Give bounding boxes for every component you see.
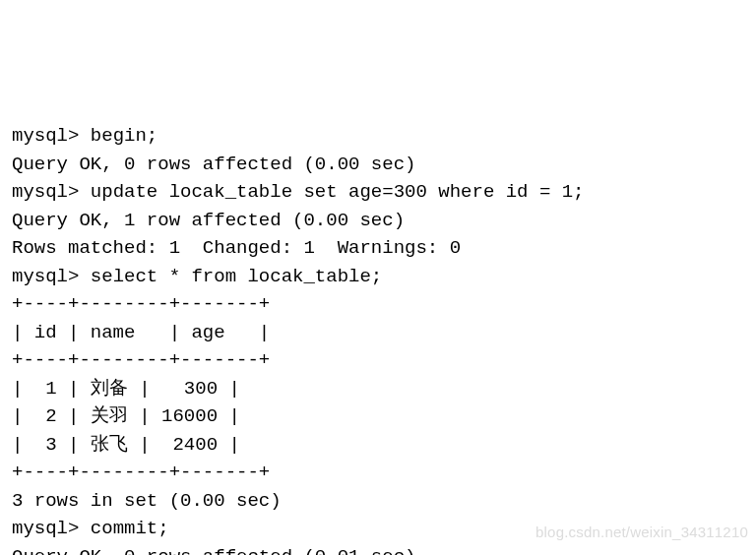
terminal-line-select-cmd: mysql> select * from locak_table;	[12, 263, 744, 291]
terminal-line-commit-resp: Query OK, 0 rows affected (0.01 sec)	[12, 543, 744, 556]
table-border-bottom: +----+--------+-------+	[12, 459, 744, 487]
terminal-line-update-cmd: mysql> update locak_table set age=300 wh…	[12, 178, 744, 207]
mysql-prompt: mysql>	[12, 518, 91, 539]
terminal-line-begin-cmd: mysql> begin;	[12, 122, 744, 151]
table-header: | id | name | age |	[12, 319, 744, 347]
table-row: | 2 | 关羽 | 16000 |	[12, 402, 744, 431]
cmd-commit: commit;	[91, 518, 169, 539]
table-row: | 1 | 刘备 | 300 |	[12, 375, 744, 403]
mysql-prompt: mysql>	[12, 125, 91, 147]
cmd-begin: begin;	[91, 125, 158, 147]
mysql-prompt: mysql>	[12, 181, 91, 203]
terminal-line-update-resp1: Query OK, 1 row affected (0.00 sec)	[12, 207, 744, 235]
table-row: | 3 | 张飞 | 2400 |	[12, 431, 744, 460]
table-border-top: +----+--------+-------+	[12, 290, 744, 319]
terminal-line-update-resp2: Rows matched: 1 Changed: 1 Warnings: 0	[12, 234, 744, 263]
mysql-prompt: mysql>	[12, 266, 91, 287]
watermark-text: blog.csdn.net/weixin_34311210	[536, 522, 748, 544]
terminal-line-select-resp: 3 rows in set (0.00 sec)	[12, 487, 744, 516]
table-border-mid: +----+--------+-------+	[12, 346, 744, 375]
cmd-update: update locak_table set age=300 where id …	[91, 181, 585, 203]
cmd-select: select * from locak_table;	[91, 266, 382, 287]
terminal-line-begin-resp: Query OK, 0 rows affected (0.00 sec)	[12, 151, 744, 179]
